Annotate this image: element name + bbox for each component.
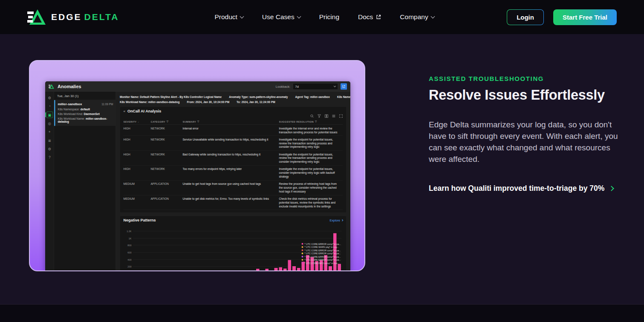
- nav-link-pricing[interactable]: Pricing: [319, 13, 339, 21]
- y-axis-label: 400: [124, 258, 132, 261]
- fullscreen-icon[interactable]: [339, 114, 343, 118]
- filter-icon[interactable]: ▽: [197, 120, 199, 123]
- left-icon-rail: ⚙◔▣◎⌖≣⚙?: [45, 92, 54, 271]
- legend-item[interactable]: * UTC CORE INFO comp* in Got...: [302, 262, 341, 264]
- explore-link[interactable]: Explore: [329, 218, 343, 222]
- cell-summary: Service Unavailable while sending transa…: [183, 136, 279, 151]
- hero-section: Anomalies Lookback: 7d ⚙◔▣◎⌖≣⚙? Tue, Jan…: [0, 34, 644, 305]
- oncall-ai-analysis-panel: « OnCall AI Analysis Severity↓Category▽S…: [120, 106, 347, 213]
- cell-severity: HIGH: [124, 166, 151, 181]
- legend-item[interactable]: * UTC CORE ERROR comp* in pa...: [302, 243, 341, 245]
- legend-dot-icon: [302, 243, 303, 245]
- login-button[interactable]: Login: [507, 9, 544, 25]
- filter-icon[interactable]: [318, 114, 321, 118]
- legend-item[interactable]: * UTC CORE ERROR comp* in pa...: [302, 256, 341, 258]
- anomaly-field: K8s Workload Kind: DaemonSet: [58, 112, 113, 116]
- external-link-icon: [376, 14, 381, 20]
- chevron-down-icon: [334, 85, 336, 87]
- clock-icon[interactable]: ◔: [46, 103, 53, 109]
- legend-label: * UTC CORE WARN pkg* in Log...: [305, 246, 339, 248]
- cell-summary: Internal error: [183, 125, 279, 136]
- nav-link-label: Product: [214, 13, 237, 21]
- monitor-meta-line-2: K8s Workload Name: miller-sandbox-datado…: [120, 101, 347, 104]
- chart-bar: [265, 269, 269, 271]
- share-button[interactable]: [341, 83, 347, 89]
- cell-summary: Too many errors for endpoint https, retr…: [183, 166, 279, 181]
- nav-link-product[interactable]: Product: [214, 13, 243, 21]
- legend-item[interactable]: * UTC CORE ERROR comp* in pa...: [302, 249, 341, 252]
- lookback-select[interactable]: 7d: [293, 83, 338, 89]
- menu-icon[interactable]: [332, 114, 336, 118]
- cell-category: APPLICATION: [151, 181, 183, 196]
- column-header-summary[interactable]: Summary▽: [183, 118, 279, 125]
- legend-dot-icon: [302, 259, 303, 261]
- anomaly-time: 11:09 PM: [101, 103, 113, 106]
- help-icon[interactable]: ?: [46, 154, 53, 161]
- nav-link-label: Use Cases: [262, 13, 295, 21]
- nav-link-company[interactable]: Company: [400, 13, 434, 21]
- nav-link-use-cases[interactable]: Use Cases: [262, 13, 300, 21]
- settings-icon[interactable]: ⚙: [46, 146, 53, 152]
- anomaly-sidebar: Tue, Jan 30 (1) miller-sandbox 11:09 PM …: [54, 92, 116, 271]
- y-axis-label: 1K: [124, 237, 132, 239]
- bar-segment-error-pink: [288, 260, 292, 271]
- anomaly-list-item[interactable]: miller-sandbox 11:09 PM K8s Namespace: d…: [54, 100, 116, 126]
- cell-summary: Unable to get host tags from source gce …: [183, 181, 279, 196]
- edge-delta-logo[interactable]: EDGEDELTA: [27, 9, 119, 26]
- hero-paragraph: Edge Delta summarizes your log data, so …: [429, 119, 620, 165]
- logs-icon[interactable]: ≣: [46, 137, 53, 144]
- nav-link-label: Pricing: [319, 13, 339, 21]
- column-header-suggested-resolution[interactable]: Suggested Resolution▽: [279, 118, 343, 125]
- y-axis-label: 200: [124, 265, 132, 268]
- y-axis-label: 800: [124, 244, 132, 247]
- start-free-trial-button[interactable]: Start Free Trial: [553, 9, 617, 25]
- bar-segment-error-pink: [279, 267, 282, 271]
- bar-segment-error-pink: [256, 269, 260, 271]
- column-header-category[interactable]: Category▽: [151, 118, 183, 125]
- pipelines-icon[interactable]: ⚙: [46, 95, 53, 101]
- chart-bar: [329, 266, 332, 271]
- oncall-toolbar: [124, 114, 343, 118]
- legend-label: * UTC CORE ERROR comp* in pa...: [305, 249, 341, 252]
- bar-segment-error-pink: [338, 264, 341, 271]
- cell-category: NETWORK: [151, 151, 183, 166]
- meta-item: K8s Workload Name: miller-sandbox-datado…: [120, 101, 179, 104]
- negative-patterns-chart: 02004006008001K1.2K22:2422:2722:3022:332…: [124, 225, 343, 271]
- cell-severity: HIGH: [124, 151, 151, 166]
- anomaly-name: miller-sandbox: [58, 102, 82, 106]
- sort-icon[interactable]: ↓: [138, 120, 139, 123]
- collapse-icon[interactable]: «: [124, 109, 125, 113]
- legend-dot-icon: [302, 262, 303, 264]
- legend-item[interactable]: * UTC CORE WARN pkg* in Log...: [302, 246, 341, 248]
- columns-icon[interactable]: [325, 114, 329, 118]
- cell-summary: Unable to get disk metrics for, Errno. T…: [183, 195, 279, 210]
- meta-item: Agent Tag: miller-sandbox: [295, 95, 330, 99]
- filter-icon[interactable]: ▽: [167, 120, 169, 123]
- sidebar-date-header: Tue, Jan 30 (1): [54, 92, 116, 100]
- nav-link-label: Company: [400, 13, 428, 21]
- hero-title: Resolve Issues Effortlessly: [429, 87, 620, 103]
- chart-bar: [279, 267, 282, 271]
- filter-icon[interactable]: ▽: [315, 120, 317, 123]
- anomalies-icon[interactable]: ▣: [46, 112, 53, 118]
- dashboard-main: Monitor Name: Default Pattern Skyline Al…: [116, 92, 350, 271]
- lookback-value: 7d: [295, 85, 299, 89]
- case-study-link[interactable]: Learn how Qualiti improved time-to-triag…: [429, 184, 620, 193]
- legend-item[interactable]: * UTC CORE ERROR comp* in pa...: [302, 252, 341, 255]
- dashboards-icon[interactable]: ◎: [46, 120, 53, 126]
- cell-severity: MEDIUM: [124, 195, 151, 210]
- nav-link-docs[interactable]: Docs: [358, 13, 381, 21]
- bar-segment-error-pink: [265, 269, 269, 271]
- search-icon[interactable]: ⌖: [46, 129, 53, 135]
- column-header-severity[interactable]: Severity↓: [124, 118, 151, 125]
- oncall-table: Severity↓Category▽Summary▽Suggested Reso…: [124, 118, 343, 210]
- legend-item[interactable]: * UTC CORE ERROR comp* in pa...: [302, 259, 341, 261]
- nav-link-label: Docs: [358, 13, 373, 21]
- brand-wordmark: EDGEDELTA: [51, 12, 119, 22]
- dashboard-header: Anomalies Lookback: 7d: [45, 81, 350, 92]
- top-navbar: EDGEDELTA ProductUse CasesPricingDocsCom…: [0, 0, 644, 34]
- cell-resolution: Investigate the endpoint for potential i…: [279, 136, 343, 151]
- bar-segment-error-pink: [297, 268, 300, 271]
- search-icon[interactable]: [310, 114, 314, 118]
- product-screenshot-card: Anomalies Lookback: 7d ⚙◔▣◎⌖≣⚙? Tue, Jan…: [29, 60, 365, 271]
